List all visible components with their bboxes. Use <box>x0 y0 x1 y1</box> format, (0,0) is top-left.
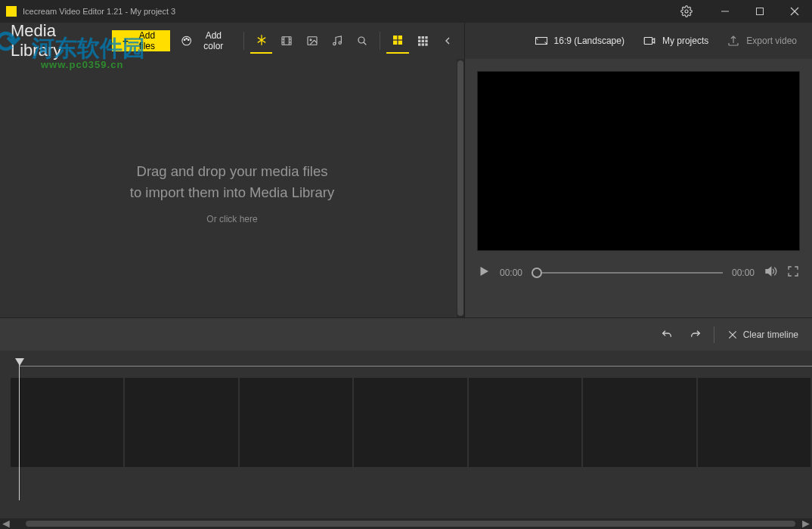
svg-rect-22 <box>393 36 397 39</box>
seek-bar[interactable] <box>532 272 723 274</box>
scroll-right-arrow[interactable]: ► <box>800 518 812 529</box>
grid-large-icon <box>392 34 404 46</box>
svg-marker-40 <box>766 268 771 276</box>
scrollbar-thumb[interactable] <box>457 60 463 316</box>
search-icon <box>356 35 368 47</box>
video-preview <box>477 71 800 251</box>
add-color-button[interactable]: Add color <box>173 28 237 54</box>
export-video-button[interactable]: Export video <box>719 28 804 54</box>
dropzone-text-2: to import them into Media Library <box>130 182 334 203</box>
asterisk-icon <box>256 34 268 46</box>
svg-rect-2 <box>757 8 764 15</box>
svg-rect-32 <box>418 43 420 45</box>
fullscreen-button[interactable] <box>786 264 800 281</box>
close-icon <box>790 7 799 16</box>
svg-rect-25 <box>398 41 401 45</box>
play-button[interactable] <box>477 264 491 281</box>
export-icon <box>727 34 740 48</box>
svg-rect-9 <box>282 37 291 45</box>
timeline-area: ◄ ► <box>0 351 812 529</box>
add-color-label: Add color <box>197 30 230 51</box>
svg-point-17 <box>310 39 311 41</box>
undo-icon <box>661 329 673 341</box>
film-icon <box>280 35 293 47</box>
view-large-grid-button[interactable] <box>386 28 408 54</box>
export-label: Export video <box>746 36 797 46</box>
maximize-icon <box>755 7 764 16</box>
playhead-line <box>19 364 20 500</box>
seek-knob[interactable] <box>532 268 542 278</box>
svg-marker-39 <box>481 267 489 276</box>
playhead-handle[interactable] <box>15 358 24 366</box>
svg-rect-38 <box>644 38 652 45</box>
preview-toolbar: 16:9 (Landscape) My projects Export vide… <box>465 23 812 59</box>
svg-rect-24 <box>393 41 397 45</box>
redo-button[interactable] <box>685 326 706 344</box>
svg-rect-30 <box>422 40 424 42</box>
fullscreen-icon <box>786 264 800 278</box>
timeline-header: Clear timeline <box>0 317 812 351</box>
add-files-button[interactable]: ＋ Add files <box>112 30 171 51</box>
filter-audio-tab[interactable] <box>326 28 348 54</box>
clip-slot[interactable] <box>11 378 123 467</box>
collapse-button[interactable] <box>437 28 458 54</box>
svg-rect-29 <box>418 40 420 42</box>
media-library-pane: ⟳ 河东软件园 www.pc0359.cn Media Library ＋ Ad… <box>0 23 464 317</box>
filter-video-tab[interactable] <box>275 28 297 54</box>
clip-slot[interactable] <box>240 378 352 467</box>
undo-button[interactable] <box>656 326 677 344</box>
svg-point-19 <box>339 42 341 44</box>
h-scroll-thumb[interactable] <box>26 521 795 527</box>
svg-rect-34 <box>426 43 428 45</box>
clip-slot[interactable] <box>469 378 581 467</box>
palette-icon <box>181 34 192 48</box>
preview-pane: 16:9 (Landscape) My projects Export vide… <box>464 23 812 317</box>
aspect-ratio-button[interactable]: 16:9 (Landscape) <box>527 28 632 54</box>
media-dropzone[interactable]: Drag and drop your media files to import… <box>0 59 464 317</box>
svg-rect-33 <box>422 43 424 45</box>
svg-rect-27 <box>422 36 424 39</box>
svg-point-7 <box>186 38 188 39</box>
library-scrollbar[interactable] <box>457 59 464 317</box>
titlebar: Icecream Video Editor 1.21 - My project … <box>0 0 812 23</box>
clip-slot[interactable] <box>698 378 810 467</box>
projects-icon <box>643 34 656 48</box>
timeline-h-scrollbar[interactable]: ◄ ► <box>0 518 812 529</box>
clear-timeline-button[interactable]: Clear timeline <box>722 326 803 344</box>
window-title: Icecream Video Editor 1.21 - My project … <box>23 7 671 16</box>
svg-point-6 <box>184 39 186 41</box>
minimize-button[interactable] <box>708 0 742 23</box>
svg-rect-35 <box>535 38 547 45</box>
dropzone-click-here[interactable]: Or click here <box>206 214 257 224</box>
view-small-grid-button[interactable] <box>412 28 434 54</box>
clear-timeline-label: Clear timeline <box>743 329 798 340</box>
svg-rect-28 <box>426 36 428 39</box>
svg-rect-23 <box>398 36 401 39</box>
search-button[interactable] <box>352 28 373 54</box>
svg-point-8 <box>188 39 190 41</box>
my-projects-button[interactable]: My projects <box>635 28 716 54</box>
my-projects-label: My projects <box>662 36 708 46</box>
maximize-button[interactable] <box>742 0 777 23</box>
close-button[interactable] <box>777 0 812 23</box>
timeline-tracks[interactable] <box>11 378 812 469</box>
svg-point-18 <box>333 42 336 45</box>
time-total: 00:00 <box>732 268 755 278</box>
scroll-left-arrow[interactable]: ◄ <box>0 518 12 529</box>
volume-button[interactable] <box>764 264 777 281</box>
redo-icon <box>690 329 702 341</box>
svg-point-0 <box>685 10 688 13</box>
settings-button[interactable] <box>671 0 702 23</box>
aspect-ratio-label: 16:9 (Landscape) <box>554 36 624 46</box>
clip-slot[interactable] <box>583 378 696 467</box>
svg-line-21 <box>364 42 366 45</box>
clip-slot[interactable] <box>354 378 466 467</box>
image-icon <box>306 35 318 47</box>
clip-slot[interactable] <box>125 378 237 467</box>
filter-image-tab[interactable] <box>301 28 323 54</box>
x-icon <box>727 329 739 341</box>
play-icon <box>477 264 491 278</box>
timeline-ruler[interactable] <box>11 358 812 373</box>
filter-all-tab[interactable] <box>250 28 272 54</box>
svg-rect-26 <box>418 36 420 39</box>
